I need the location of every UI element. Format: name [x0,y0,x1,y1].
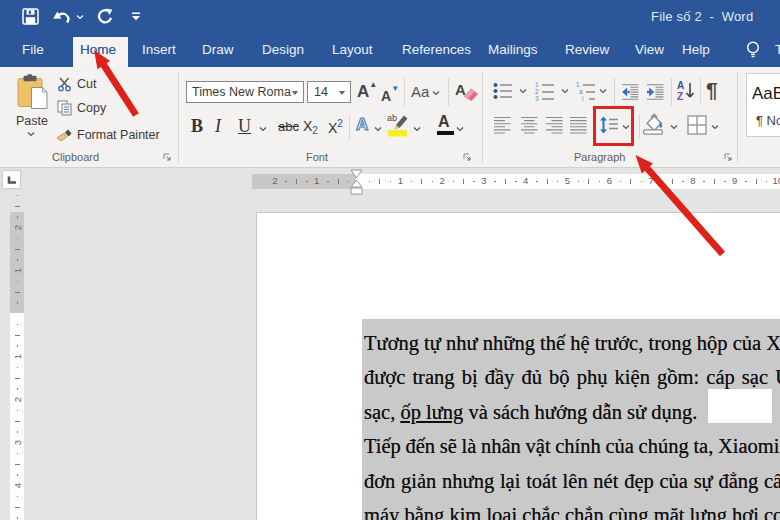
svg-text:ab: ab [387,113,397,123]
svg-text:i: i [582,95,583,101]
svg-text:3: 3 [535,95,539,101]
svg-text:1: 1 [576,81,580,88]
svg-text:Z: Z [677,91,683,102]
svg-text:a: a [579,88,583,95]
svg-text:1: 1 [535,81,539,88]
svg-text:2: 2 [535,88,539,95]
svg-text:A: A [677,80,684,91]
